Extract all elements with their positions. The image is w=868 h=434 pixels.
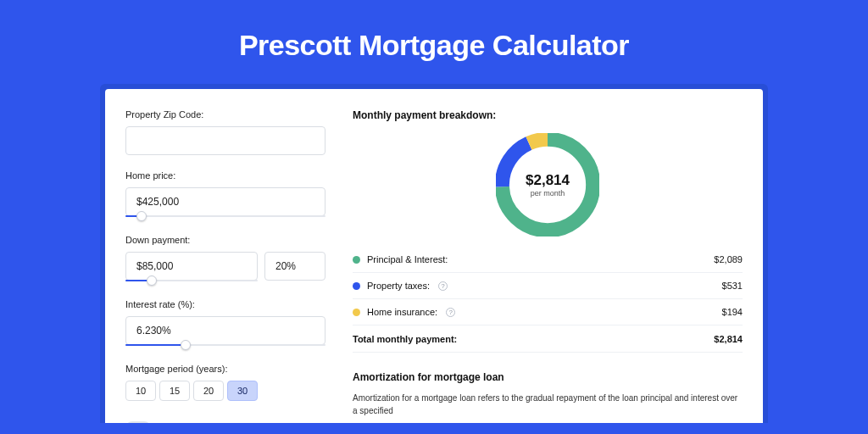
period-options: 10152030	[125, 381, 326, 401]
interest-field: Interest rate (%):	[125, 299, 326, 345]
period-option-10[interactable]: 10	[125, 381, 156, 401]
period-option-30[interactable]: 30	[227, 381, 258, 401]
period-option-20[interactable]: 20	[193, 381, 224, 401]
period-option-15[interactable]: 15	[159, 381, 190, 401]
amortization-section: Amortization for mortgage loan Amortizat…	[353, 371, 743, 417]
amortization-text: Amortization for a mortgage loan refers …	[353, 392, 743, 417]
info-icon[interactable]: ?	[438, 281, 448, 291]
period-field: Mortgage period (years): 10152030	[125, 364, 326, 401]
legend-row-2: Home insurance:?$194	[353, 299, 743, 325]
veteran-row: I am veteran or military	[125, 421, 326, 423]
donut-center: $2,814 per month	[496, 133, 599, 236]
legend-row-1: Property taxes:?$531	[353, 273, 743, 299]
home-price-label: Home price:	[125, 170, 326, 181]
inputs-panel: Property Zip Code: Home price: Down paym…	[125, 109, 326, 423]
legend-row-0: Principal & Interest:$2,089	[353, 247, 743, 273]
legend-label: Home insurance:	[367, 307, 437, 317]
down-payment-field: Down payment:	[125, 235, 326, 281]
breakdown-panel: Monthly payment breakdown: $2,814 per mo…	[353, 109, 743, 423]
donut-amount: $2,814	[526, 172, 570, 189]
home-price-slider[interactable]	[125, 211, 326, 221]
amortization-title: Amortization for mortgage loan	[353, 371, 743, 383]
info-icon[interactable]: ?	[446, 308, 455, 317]
legend-label: Property taxes:	[367, 281, 430, 291]
interest-label: Interest rate (%):	[125, 299, 326, 309]
zip-input[interactable]	[125, 126, 326, 155]
zip-field: Property Zip Code:	[125, 109, 326, 155]
down-payment-slider[interactable]	[125, 275, 258, 286]
legend-label: Principal & Interest:	[367, 254, 448, 264]
app-frame: Property Zip Code: Home price: Down paym…	[100, 84, 768, 423]
veteran-toggle[interactable]	[125, 421, 151, 423]
donut-sub: per month	[531, 189, 565, 198]
down-payment-pct-input[interactable]	[264, 252, 326, 281]
legend-dot	[353, 309, 360, 316]
total-row: Total monthly payment: $2,814	[353, 325, 743, 353]
legend-value: $194	[722, 307, 743, 317]
legend-value: $2,089	[714, 254, 743, 264]
legend: Principal & Interest:$2,089Property taxe…	[353, 247, 743, 325]
zip-label: Property Zip Code:	[125, 109, 326, 120]
total-label: Total monthly payment:	[353, 334, 457, 344]
donut-chart: $2,814 per month	[353, 133, 743, 236]
page-title: Prescott Mortgage Calculator	[239, 29, 629, 62]
period-label: Mortgage period (years):	[125, 364, 326, 374]
legend-value: $531	[722, 281, 743, 291]
home-price-field: Home price:	[125, 170, 326, 216]
calculator-card: Property Zip Code: Home price: Down paym…	[105, 89, 763, 423]
breakdown-title: Monthly payment breakdown:	[353, 109, 743, 121]
legend-dot	[353, 282, 360, 290]
interest-slider[interactable]	[125, 340, 326, 350]
total-value: $2,814	[714, 334, 743, 344]
down-payment-label: Down payment:	[125, 235, 326, 245]
legend-dot	[353, 256, 360, 264]
